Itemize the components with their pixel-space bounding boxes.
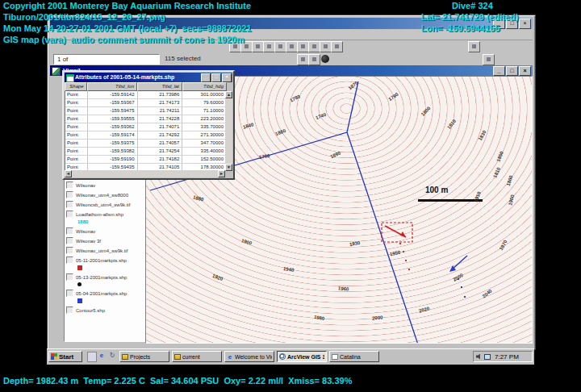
toc-layer[interactable]: Wilsonav <box>65 180 144 190</box>
table-row[interactable]: Point-159.5936721.7417379.60000 <box>65 99 227 107</box>
table-cell: 152.50000 <box>182 156 227 163</box>
vertical-scrollbar[interactable]: ▲ ▼ <box>225 91 232 171</box>
layer-symbol <box>77 298 82 303</box>
table-row[interactable]: Point-159.5937521.74057347.70000 <box>65 140 227 148</box>
contour-label: 1960 <box>338 286 349 291</box>
layer-label: 05-13-2001markpts.shp <box>76 275 127 280</box>
layer-checkbox[interactable] <box>66 191 73 198</box>
table-cell: -159.59367 <box>88 99 138 106</box>
taskbar-button[interactable]: ArcView GIS 3.2 <box>277 351 327 362</box>
maximize-icon[interactable]: □ <box>506 66 518 76</box>
layer-checkbox[interactable] <box>66 273 73 281</box>
toc-layer[interactable]: 05-04-2001markpts.shp <box>65 288 144 305</box>
taskbar-button[interactable]: Catalina <box>329 351 379 362</box>
toc-layer[interactable]: 05-13-2001markpts.shp <box>65 272 144 288</box>
taskbar-button[interactable]: eWelcome to Vid... <box>224 351 274 362</box>
column-header[interactable]: Tibd_lat <box>137 82 182 91</box>
tool-button[interactable] <box>274 41 286 52</box>
table-row[interactable]: Point-159.5914221.73986301.00000 <box>65 91 227 99</box>
layer-checkbox[interactable] <box>66 307 73 314</box>
arcview-icon <box>279 353 286 360</box>
table-cell: -159.59174 <box>88 131 138 139</box>
record-indicator-field[interactable]: 1 of <box>53 54 160 65</box>
tool-button[interactable] <box>468 41 480 52</box>
horizontal-scrollbar[interactable]: ◄ ► <box>65 170 225 177</box>
layer-checkbox[interactable] <box>66 201 73 208</box>
toc-layer[interactable]: Wilsonav <box>65 226 144 236</box>
table-cell: 21.74211 <box>138 107 183 115</box>
taskbar-button[interactable]: current <box>172 351 222 362</box>
tool-button[interactable] <box>297 41 309 52</box>
column-header[interactable]: Tibd_hdg <box>182 82 227 91</box>
table-row[interactable]: Point-159.5936221.74071335.70000 <box>65 123 227 131</box>
table-row[interactable]: Point-159.5938221.74254335.40000 <box>65 148 227 156</box>
table-cell: Point <box>65 99 88 106</box>
tool-button[interactable] <box>308 54 320 65</box>
close-icon[interactable]: × <box>519 66 531 76</box>
layer-checkbox[interactable] <box>66 237 73 244</box>
layer-checkbox[interactable] <box>66 256 73 264</box>
layer-checkbox[interactable] <box>66 181 73 189</box>
table-cell: Point <box>65 91 88 98</box>
table-row[interactable]: Point-159.5955521.74228223.20000 <box>65 115 227 123</box>
scroll-left-icon[interactable]: ◄ <box>65 170 72 177</box>
speaker-icon[interactable] <box>476 354 482 360</box>
table-cell: Point <box>65 156 88 163</box>
tool-button[interactable] <box>320 41 332 52</box>
task-buttons: ProjectscurrenteWelcome to Vid...ArcView… <box>119 351 379 362</box>
minimize-icon[interactable]: _ <box>493 66 505 76</box>
taskbar-button[interactable]: Projects <box>119 351 169 362</box>
tool-button[interactable] <box>263 41 275 52</box>
toc-layer[interactable]: Wilsonav_utm4_sw8000 <box>65 190 144 199</box>
attribute-table-titlebar[interactable]: Attributes of 2001-05-14-markpts.shp _ □… <box>65 73 232 82</box>
table-cell: 335.70000 <box>182 123 227 131</box>
layer-symbol: 1880 <box>77 219 144 224</box>
column-header[interactable]: Shape <box>65 82 87 91</box>
toc-layer[interactable]: Wilsonav_utm4_sw9k.tif <box>65 245 144 255</box>
table-cell: 21.74173 <box>138 99 183 106</box>
maximize-icon[interactable]: □ <box>211 73 221 82</box>
overlay-ctd-data: Depth= 1982.43 m Temp= 2.225 C Sal= 34.6… <box>3 376 352 386</box>
layer-checkbox[interactable] <box>66 290 73 297</box>
scroll-up-icon[interactable]: ▲ <box>225 91 232 98</box>
attr-table-body[interactable]: Point-159.5914221.73986301.00000Point-15… <box>65 91 227 171</box>
toc-layer[interactable]: Wilsoncsb_utm4_sw9k.tif <box>65 199 144 209</box>
start-button[interactable]: Start <box>48 351 82 362</box>
task-label: Catalina <box>340 354 361 360</box>
layer-checkbox[interactable] <box>66 247 73 254</box>
table-row[interactable]: Point-159.5947521.7421171.10000 <box>65 107 227 115</box>
overlay-timestamp: Mon May 14 20:27:01 2001 GMT (local +7) … <box>3 23 252 34</box>
scroll-down-icon[interactable]: ▼ <box>225 164 232 171</box>
table-cell: Point <box>65 148 88 155</box>
layer-checkbox[interactable] <box>66 211 73 218</box>
layer-checkbox[interactable] <box>66 227 73 235</box>
toc-layer[interactable]: 05-11-2001markpts.shp <box>65 255 144 272</box>
tool-button[interactable] <box>297 54 309 65</box>
toc-layer[interactable]: Contour5.shp <box>65 305 144 315</box>
toc-layer[interactable]: Wilsonav 3f <box>65 236 144 245</box>
table-cell: -159.59555 <box>88 115 138 123</box>
layer-label: Wilsoncsb_utm4_sw9k.tif <box>76 202 130 207</box>
tool-button[interactable] <box>331 41 343 52</box>
tool-button[interactable] <box>483 54 495 65</box>
close-icon[interactable]: × <box>222 73 232 82</box>
minimize-icon[interactable]: _ <box>201 73 211 82</box>
table-toolbar: 1 of 115 selected <box>50 52 533 65</box>
internet-explorer-icon[interactable]: e <box>98 352 106 361</box>
toc-layer[interactable]: Loadfathom-allsm.shp1880 <box>65 209 144 226</box>
record-button[interactable] <box>321 55 329 63</box>
column-header[interactable]: Tibd_lon <box>87 82 137 91</box>
table-row[interactable]: Point-159.5919021.74182152.50000 <box>65 156 227 164</box>
tool-button[interactable] <box>286 41 298 52</box>
table-row[interactable]: Point-159.5917421.74292271.30000 <box>65 131 227 140</box>
scroll-right-icon[interactable]: ► <box>218 170 225 177</box>
tool-button[interactable] <box>308 41 320 52</box>
table-cell: 271.30000 <box>182 131 227 139</box>
channels-icon[interactable]: ↻ <box>108 352 116 361</box>
display-icon[interactable] <box>484 354 491 360</box>
tool-button[interactable] <box>252 41 264 52</box>
table-cell: -159.59375 <box>88 140 138 147</box>
close-icon[interactable]: × <box>519 19 531 29</box>
layer-label: 05-04-2001markpts.shp <box>76 291 127 296</box>
show-desktop-icon[interactable] <box>87 352 97 362</box>
